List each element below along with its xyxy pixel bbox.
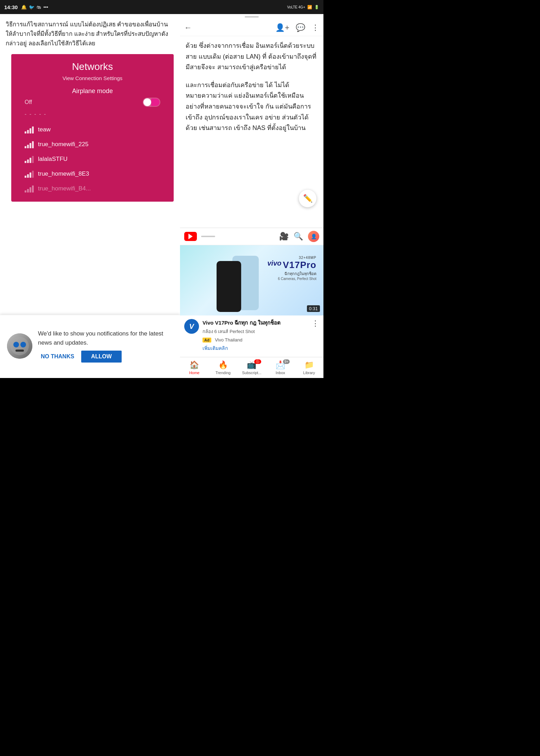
add-person-icon[interactable]: 👤+ <box>275 23 289 32</box>
video-info: V Vivo V17Pro ฉีกทุก กฎ ในทุกช็อต กล้อง … <box>180 315 323 357</box>
wifi-signal-icon <box>25 126 34 133</box>
brand-slogan: ฉีกทุกกฎในทุกช็อต <box>278 271 317 277</box>
wifi-name-truehome8e3: true_homewifi_8E3 <box>38 170 89 177</box>
ad-info: Ad Vivo Thailand <box>202 337 308 343</box>
signal-icon: 📶 <box>307 5 312 9</box>
right-top-panel: ← 👤+ 💬 ⋮ ด้วย ซึ่งต่างจากการเชื่อม อินเท… <box>180 14 323 228</box>
nav-home[interactable]: 🏠 Home <box>180 357 209 378</box>
youtube-header: 🎥 🔍 👤 <box>180 228 323 245</box>
youtube-logo[interactable] <box>184 232 197 241</box>
wifi-name-truehome225: true_homewifi_225 <box>38 141 89 148</box>
right-top-header: ← 👤+ 💬 ⋮ <box>180 20 323 36</box>
home-icon: 🏠 <box>189 360 199 370</box>
wifi-signal-icon <box>25 170 34 178</box>
video-details: Vivo V17Pro ฉีกทุก กฎ ในทุกช็อต กล้อง 6 … <box>202 319 308 353</box>
youtube-content: 32+48MP V17Pro ฉีกทุกกฎในทุกช็อต 6 Camer… <box>180 245 323 357</box>
library-icon: 📁 <box>304 360 314 370</box>
notification-title: We'd like to show you notifications for … <box>38 329 173 347</box>
networks-title: Networks <box>22 61 163 72</box>
airplane-mode-row: Off <box>22 98 163 107</box>
youtube-bottom-nav: 🏠 Home 🔥 Trending 📺 🔴 Subscript... 📩 9+ … <box>180 357 323 378</box>
nav-library[interactable]: 📁 Library <box>295 357 323 378</box>
airplane-toggle[interactable] <box>143 98 160 107</box>
youtube-play-icon <box>188 234 193 239</box>
advertiser-name: Vivo Thailand <box>215 337 242 343</box>
notification-bar: We'd like to show you notifications for … <box>0 315 180 378</box>
ad-badge: Ad <box>202 338 211 343</box>
nav-inbox-label: Inbox <box>276 371 285 375</box>
nav-library-label: Library <box>303 371 315 375</box>
video-meta: กล้อง 6 เลนส์ Perfect Shot <box>202 328 308 335</box>
notification-buttons: NO THANKS ALLOW <box>38 351 173 363</box>
trending-icon: 🔥 <box>218 360 228 370</box>
twitter-icon: 🐦 <box>29 5 34 10</box>
edit-fab[interactable]: ✏️ <box>299 190 316 207</box>
video-thumbnail[interactable]: 32+48MP V17Pro ฉีกทุกกฎในทุกช็อต 6 Camer… <box>180 245 323 315</box>
video-subtitle: กล้อง 6 เลนส์ Perfect Shot <box>202 329 255 334</box>
status-bar: 14:30 🔔 🐦 🛍 ••• VoLTE 4G+ 📶 🔋 <box>0 0 323 14</box>
toggle-knob <box>143 98 151 106</box>
more-options-button[interactable]: ⋮ <box>311 319 319 328</box>
networks-subtitle[interactable]: View Connection Settings <box>22 75 163 81</box>
scroll-indicator-yt <box>201 236 215 237</box>
no-thanks-button[interactable]: NO THANKS <box>38 351 77 363</box>
toggle-pink <box>151 98 160 106</box>
header-actions: 👤+ 💬 ⋮ <box>275 23 319 32</box>
wifi-item-lalalastfu[interactable]: lalalaSTFU <box>22 152 163 167</box>
nav-home-label: Home <box>189 371 199 375</box>
notification-icon: 🔔 <box>21 5 27 10</box>
network-type: VoLTE 4G+ <box>287 5 305 9</box>
airplane-mode-label: Airplane mode <box>22 87 163 95</box>
nav-inbox[interactable]: 📩 9+ Inbox <box>266 357 295 378</box>
status-time: 14:30 <box>4 4 18 10</box>
chat-icon[interactable]: 💬 <box>296 23 305 32</box>
cta-link[interactable]: เพิ่มเติมคลิก <box>202 343 308 353</box>
article-section: วิธีการแก้ไขสถานการณ์ แบบไม่ต้องปฏิเสธ ค… <box>0 14 180 202</box>
article-text: วิธีการแก้ไขสถานการณ์ แบบไม่ต้องปฏิเสธ ค… <box>6 20 174 48</box>
airplane-off-label: Off <box>25 99 32 105</box>
brand-text: 32+48MP V17Pro ฉีกทุกกฎในทุกช็อต 6 Camer… <box>278 256 317 281</box>
user-avatar[interactable]: 👤 <box>308 231 319 242</box>
brand-name: V17Pro <box>278 260 317 271</box>
shopping-icon: 🛍 <box>37 5 41 10</box>
video-duration: 0:31 <box>307 305 320 312</box>
notification-app-icon <box>7 333 32 359</box>
more-options-icon[interactable]: ⋮ <box>311 23 319 32</box>
nav-trending[interactable]: 🔥 Trending <box>209 357 238 378</box>
edit-icon: ✏️ <box>303 194 313 203</box>
wifi-item-truehome225[interactable]: true_homewifi_225 <box>22 137 163 152</box>
subscriptions-badge: 🔴 <box>254 359 261 364</box>
allow-button[interactable]: ALLOW <box>81 351 122 363</box>
channel-avatar[interactable]: V <box>184 319 199 334</box>
right-panel: ← 👤+ 💬 ⋮ ด้วย ซึ่งต่างจากการเชื่อม อินเท… <box>180 14 323 378</box>
more-icon: ••• <box>43 5 48 10</box>
main-content: วิธีการแก้ไขสถานการณ์ แบบไม่ต้องปฏิเสธ ค… <box>0 14 323 378</box>
wifi-signal-icon <box>25 155 34 163</box>
video-title: Vivo V17Pro ฉีกทุก กฎ ในทุกช็อต <box>202 319 308 326</box>
camera-icon[interactable]: 🎥 <box>279 232 289 241</box>
search-icon[interactable]: 🔍 <box>294 232 303 241</box>
networks-panel: Networks View Connection Settings Airpla… <box>11 54 174 202</box>
wifi-signal-icon <box>25 185 34 193</box>
left-panel: วิธีการแก้ไขสถานการณ์ แบบไม่ต้องปฏิเสธ ค… <box>0 14 180 378</box>
wifi-item-truehome8e3[interactable]: true_homewifi_8E3 <box>22 167 163 181</box>
battery-icon: 🔋 <box>314 5 319 9</box>
wifi-divider: - - - - - <box>25 111 160 117</box>
wifi-item-teaw[interactable]: teaw <box>22 122 163 137</box>
back-button[interactable]: ← <box>184 23 192 32</box>
scroll-indicator-top <box>245 16 259 18</box>
article-paragraph-2: และการเชื่อมต่อกับเครือข่าย ได้ ไม่ได้หม… <box>186 80 318 133</box>
status-right: VoLTE 4G+ 📶 🔋 <box>287 5 319 9</box>
wifi-name-lalalastfu: lalalaSTFU <box>38 156 68 163</box>
notification-text: We'd like to show you notifications for … <box>38 329 173 363</box>
wifi-name-teaw: teaw <box>38 126 51 133</box>
wifi-name-partial: true_homewifi_B4... <box>38 185 91 192</box>
youtube-header-actions: 🎥 🔍 👤 <box>279 231 319 242</box>
nav-subscriptions-label: Subscript... <box>242 371 261 375</box>
article-paragraph-1: ด้วย ซึ่งต่างจากการเชื่อม อินเทอร์เน็ตด้… <box>186 40 318 73</box>
nav-subscriptions[interactable]: 📺 🔴 Subscript... <box>237 357 266 378</box>
inbox-badge: 9+ <box>283 359 290 364</box>
wifi-signal-icon <box>25 141 34 148</box>
channel-initial: V <box>189 322 194 331</box>
status-icons: 🔔 🐦 🛍 ••• <box>21 5 48 10</box>
